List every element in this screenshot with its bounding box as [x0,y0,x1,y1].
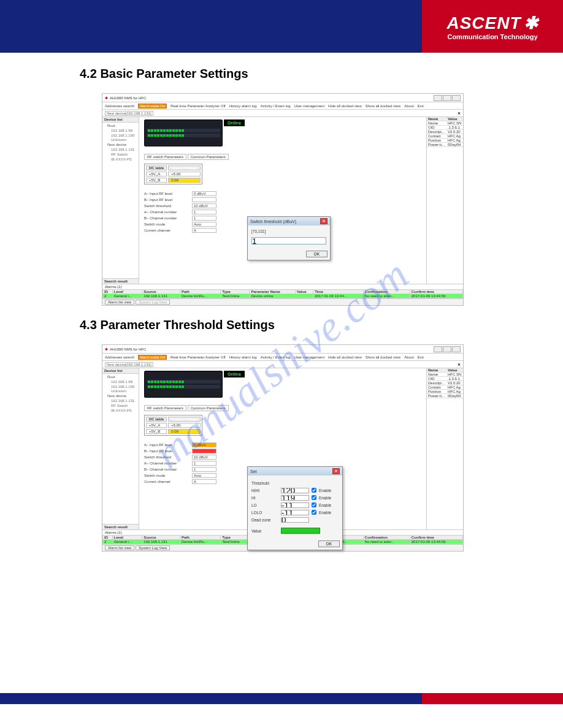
param-value[interactable] [192,197,216,202]
param-value[interactable]: Auto [192,222,216,227]
tree-node[interactable]: RF Switch [104,153,137,157]
tb-exit[interactable]: Exit [418,104,424,108]
device-tab[interactable]: New device[192.168.1.131] [105,362,153,367]
tb-show-docked[interactable]: Show all docked view [366,355,400,359]
tb-alarm-voice[interactable]: Alarm voice On [138,104,167,108]
deadzone-input[interactable] [281,517,309,523]
param-value[interactable]: 1 [192,210,216,214]
tb-user-mgmt[interactable]: User management [294,355,324,359]
tb-analyzer[interactable]: Real-time Parameter Analyzer Off [170,355,226,359]
lolo-input[interactable] [281,510,309,515]
param-value[interactable]: 1 [192,216,216,221]
enable-label: Enable [319,503,331,507]
tb-alarm-voice[interactable]: Alarm voice On [138,355,167,360]
param-value[interactable]: 10 dBuV [192,203,216,208]
tab-alarm-list-view[interactable]: Alarm list view [105,300,134,305]
prop-cell: Power-ti... [427,394,446,398]
tree-node[interactable]: Unknown [104,138,137,143]
tb-about[interactable]: About [404,104,414,108]
tree-node[interactable]: 192.168.1.131 [104,148,137,153]
close-button[interactable] [452,346,461,352]
tree-node[interactable]: 192.168.1.98 [104,380,137,385]
tb-addresses-search[interactable]: Addresses search [105,355,134,359]
device-tree[interactable]: Root 192.168.1.98 192.168.1.100 Unknown … [102,374,139,524]
param-label: Switch threshold [144,204,192,208]
tb-about[interactable]: About [404,355,414,359]
lo-input[interactable] [281,502,309,508]
param-value[interactable]: Auto [192,473,216,478]
prop-cell: Name [427,121,446,126]
tab-rf-switch[interactable]: RF switch Parameters [144,154,186,160]
tree-node[interactable]: 192.168.1.100 [104,385,137,390]
hi-enable-checkbox[interactable] [312,495,316,500]
param-value[interactable]: A [192,479,216,484]
dialog-range: [70,101] [251,229,326,233]
tb-history[interactable]: History alarm log [229,104,257,108]
tree-node[interactable]: Unknown [104,389,137,394]
dc-cell: 0.00 [168,429,200,434]
tree-node[interactable]: New device [104,394,137,399]
dialog-close-button[interactable]: ✕ [332,468,340,474]
tree-node[interactable]: RF Switch [104,404,137,409]
tb-hide-docked[interactable]: Hide all docked view [328,104,362,108]
tree-node[interactable]: IB-XXXX-PS [104,409,137,414]
lolo-enable-checkbox[interactable] [312,510,316,515]
tab-system-log-view[interactable]: System Log View [136,300,170,305]
ok-button[interactable]: OK [306,251,327,257]
minimize-button[interactable] [434,95,442,101]
tree-node[interactable]: 192.168.1.100 [104,134,137,138]
tree-node[interactable]: New device [104,143,137,148]
alarm-cell: 192.168.1.131 [142,294,180,298]
tb-user-mgmt[interactable]: User management [294,104,324,108]
device-tree[interactable]: Root 192.168.1.98 192.168.1.100 Unknown … [102,123,139,278]
tb-hide-docked[interactable]: Hide all docked view [328,355,362,359]
alarm-col: Confirm time [410,290,462,294]
tb-activity[interactable]: Activity / Event log [261,355,291,359]
prop-cell: Name [427,373,446,377]
close-button[interactable] [452,95,461,101]
tree-root[interactable]: Root [104,375,137,380]
param-value[interactable]: 1 [192,467,216,472]
hihi-label: HIHI [251,488,278,493]
tab-system-log-view[interactable]: System Log View [136,545,170,550]
tab-close-icon[interactable]: ✕ [458,362,461,366]
maximize-button[interactable] [443,346,451,352]
tab-rf-switch[interactable]: RF switch Parameters [144,405,186,411]
tab-close-icon[interactable]: ✕ [458,111,461,115]
hihi-input[interactable] [281,488,309,493]
prop-cell: Contact [427,385,446,390]
tab-common[interactable]: Common Parameters [188,405,229,411]
tb-analyzer[interactable]: Real-time Parameter Analyzer Off [170,104,226,108]
tab-common[interactable]: Common Parameters [188,154,229,160]
dc-cell: +5V_B [146,178,167,183]
device-tab[interactable]: New device[192.168.1.131] [105,111,153,116]
lo-enable-checkbox[interactable] [312,502,316,507]
tree-node[interactable]: 192.168.1.98 [104,129,137,134]
param-value[interactable]: 0 dBuV [192,191,216,196]
param-value[interactable] [192,449,216,453]
ok-button[interactable]: OK [318,540,340,547]
tree-root[interactable]: Root [104,124,137,129]
tb-history[interactable]: History alarm log [229,355,257,359]
minimize-button[interactable] [434,346,442,352]
param-value[interactable]: A [192,228,216,233]
threshold-input[interactable] [251,237,326,245]
tab-alarm-list-view[interactable]: Alarm list view [105,545,134,550]
param-value[interactable]: 1 [192,461,216,466]
tb-addresses-search[interactable]: Addresses search [105,104,134,108]
switch-threshold-dialog: Switch threshold (dBuV)✕ [70,101] OK [247,216,331,260]
param-value[interactable]: 10 dBuV [192,455,216,460]
hi-input[interactable] [281,495,309,501]
alarm-row[interactable]: 2 General i... 192.168.1.131 Device list… [103,294,463,298]
alarm-cell: General i... [112,540,142,544]
tb-exit[interactable]: Exit [418,355,424,359]
dc-cell: +5.00 [168,423,200,428]
tree-node[interactable]: 192.168.1.131 [104,399,137,404]
tb-show-docked[interactable]: Show all docked view [366,104,400,108]
tb-activity[interactable]: Activity / Event log [261,104,291,108]
dialog-close-button[interactable]: ✕ [320,218,327,224]
hihi-enable-checkbox[interactable] [312,488,316,493]
maximize-button[interactable] [443,95,451,101]
param-value[interactable]: 0 dBuV [192,442,216,447]
tree-node[interactable]: IB-XXXX-PS [104,157,137,162]
